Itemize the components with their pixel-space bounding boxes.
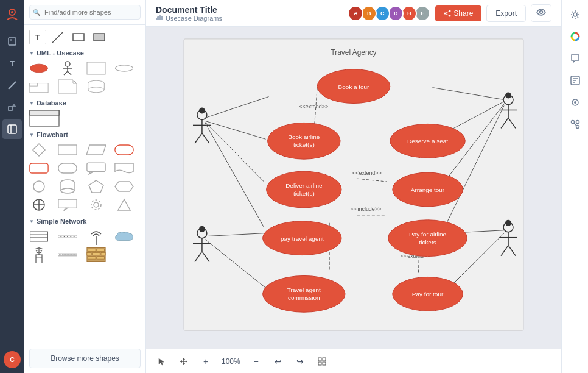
uml-rect-shape[interactable]	[86, 60, 106, 76]
fc-para-shape[interactable]	[86, 142, 106, 158]
svg-rect-18	[87, 62, 105, 74]
filled-rect-shape[interactable]	[90, 30, 108, 44]
fc-triangle-shape[interactable]	[114, 197, 134, 213]
db-table-shape[interactable]	[29, 110, 60, 126]
net-patch-shape[interactable]	[58, 247, 77, 263]
svg-rect-99	[318, 362, 321, 365]
svg-marker-90	[159, 358, 164, 365]
uml-actor-shape[interactable]	[58, 60, 77, 76]
uml-note-shape[interactable]	[58, 79, 77, 94]
share-button[interactable]: Share	[435, 5, 481, 21]
fc-rect-shape[interactable]	[58, 142, 77, 158]
net-switch-shape[interactable]	[58, 229, 77, 244]
svg-rect-54	[30, 232, 48, 241]
label-book-airline-2: ticket(s)	[293, 141, 315, 148]
net-wall-shape[interactable]	[86, 247, 106, 263]
fc-round-shape[interactable]	[114, 142, 134, 158]
zoom-out-button[interactable]: −	[248, 353, 265, 370]
text-format-panel-icon[interactable]	[565, 71, 585, 90]
diagram-title: Travel Agency	[331, 48, 376, 57]
redo-button[interactable]: ↪	[292, 353, 309, 370]
app-logo	[2, 5, 22, 24]
fc-gear-shape[interactable]	[86, 197, 106, 213]
cursor-tool-button[interactable]	[153, 353, 170, 370]
svg-rect-80	[88, 257, 95, 259]
cloud-icon	[156, 15, 163, 22]
user-avatar[interactable]: C	[4, 351, 21, 368]
svg-rect-77	[86, 252, 91, 255]
flowchart-section-title[interactable]: ▼ Flowchart	[29, 131, 141, 138]
rect-shape[interactable]	[69, 30, 88, 44]
uml-folder-shape[interactable]	[29, 79, 49, 94]
line-tool-icon[interactable]	[2, 76, 22, 95]
svg-rect-11	[94, 34, 105, 41]
fc-pentagon-shape[interactable]	[86, 179, 106, 194]
collab-avatar-2: B	[361, 5, 377, 21]
comment-panel-icon[interactable]	[565, 49, 585, 68]
diagram-svg[interactable]: Travel Agency	[146, 27, 561, 349]
preview-button[interactable]	[531, 4, 551, 22]
panel-toggle-icon[interactable]	[2, 119, 22, 139]
text-tool-icon[interactable]: T	[2, 54, 22, 73]
fc-cross-shape[interactable]	[29, 197, 49, 213]
uml-section-title[interactable]: ▼ UML - Usecase	[29, 49, 141, 57]
label-book-a-tour: Book a tour	[338, 83, 370, 90]
fc-hexagon-shape[interactable]	[114, 179, 134, 194]
svg-point-101	[573, 13, 577, 16]
browse-more-shapes-button[interactable]: Browse more shapes	[29, 349, 141, 368]
svg-point-82	[449, 10, 451, 12]
connector-panel-icon[interactable]	[565, 115, 585, 134]
pan-tool-button[interactable]	[175, 353, 192, 370]
net-cloud-shape[interactable]	[114, 229, 134, 244]
fc-cylinder2-shape[interactable]	[58, 179, 77, 194]
properties-panel-icon[interactable]	[565, 5, 585, 24]
net-rack-shape[interactable]	[29, 229, 49, 244]
fc-diamond-shape[interactable]	[29, 142, 49, 158]
fc-callout-shape[interactable]	[58, 197, 77, 213]
label-include-1: <<include>>	[351, 206, 381, 212]
svg-line-86	[446, 13, 449, 15]
canvas-wrapper[interactable]: Travel Agency	[146, 27, 561, 373]
svg-rect-68	[59, 254, 61, 255]
fc-roundrect2-shape[interactable]	[29, 160, 49, 176]
svg-point-1	[11, 11, 13, 13]
svg-rect-72	[71, 254, 74, 255]
zoom-in-button[interactable]: +	[197, 353, 214, 370]
svg-line-17	[68, 71, 71, 75]
pan-icon	[180, 357, 188, 366]
net-server-shape[interactable]	[29, 247, 49, 263]
svg-rect-34	[30, 163, 48, 173]
svg-rect-79	[101, 252, 105, 255]
grid-button[interactable]	[313, 353, 331, 370]
color-panel-icon[interactable]	[565, 27, 585, 46]
svg-marker-22	[58, 80, 77, 93]
top-bar: Document Title Usecase Diagrams A B C D …	[146, 0, 561, 27]
svg-point-110	[576, 126, 579, 129]
svg-point-83	[449, 15, 451, 16]
text-shape[interactable]: T	[29, 30, 46, 44]
line-shape[interactable]	[49, 30, 67, 44]
fc-doc-shape[interactable]	[114, 160, 134, 176]
uml-ellipse-outline-shape[interactable]	[114, 60, 134, 76]
fc-speech-shape[interactable]	[86, 160, 106, 176]
svg-rect-10	[73, 34, 84, 41]
search-input[interactable]	[29, 5, 141, 20]
database-section-title[interactable]: ▼ Database	[29, 99, 141, 107]
net-antenna-shape[interactable]	[86, 229, 106, 244]
svg-rect-33	[115, 145, 133, 155]
svg-point-38	[33, 181, 44, 192]
fc-rounded-shape[interactable]	[58, 160, 77, 176]
shapes-tool-icon[interactable]	[2, 98, 22, 117]
uml-ellipse-shape[interactable]	[29, 60, 49, 76]
export-button[interactable]: Export	[486, 5, 526, 22]
icon-bar: T C	[0, 0, 24, 373]
shape-panel-icon[interactable]	[565, 93, 585, 112]
network-section-title[interactable]: ▼ Simple Network	[29, 218, 141, 225]
uml-cylinder-shape[interactable]	[86, 79, 106, 94]
undo-button[interactable]: ↩	[270, 353, 287, 370]
fc-circle-shape[interactable]	[29, 179, 49, 194]
svg-line-111	[574, 123, 576, 126]
collab-avatar-3: C	[374, 5, 390, 21]
pages-nav-icon[interactable]	[2, 32, 22, 51]
svg-point-61	[70, 236, 71, 237]
